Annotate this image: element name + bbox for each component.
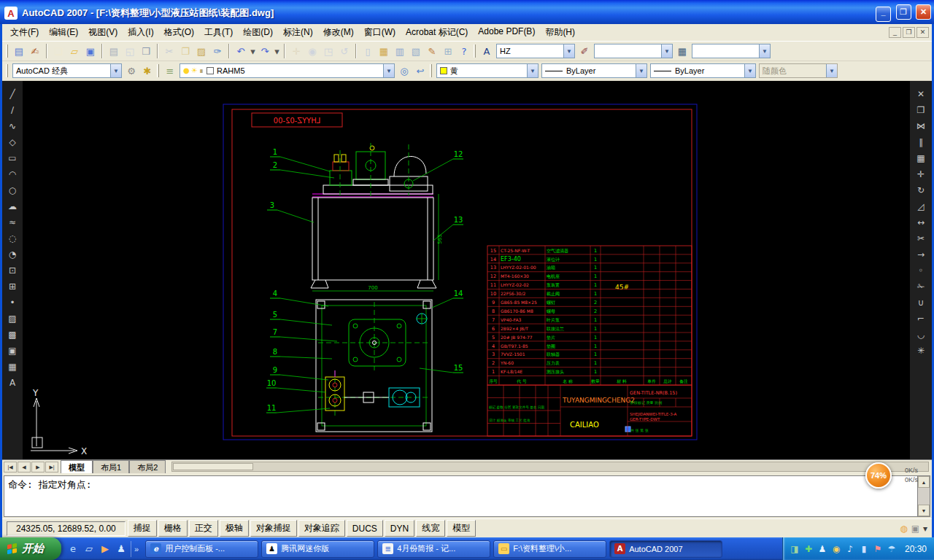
- chevron-down-icon[interactable]: ▼: [759, 44, 770, 58]
- copy-tool[interactable]: ❐: [913, 103, 929, 117]
- menu-item[interactable]: 工具(T): [199, 24, 238, 41]
- layer-on-icon[interactable]: ●: [183, 67, 190, 74]
- download-progress-badge[interactable]: 74%: [865, 462, 892, 489]
- layer-lock-icon[interactable]: ∎: [199, 67, 204, 74]
- maximize-button[interactable]: [896, 4, 911, 20]
- toolbar-grip[interactable]: [157, 64, 159, 77]
- workspace-combo[interactable]: AutoCAD 经典 ▼: [12, 63, 122, 78]
- tab-nav-button[interactable]: ▶|: [45, 462, 58, 472]
- revision-cloud-tool[interactable]: ☁: [4, 199, 20, 213]
- move-tool[interactable]: ✛: [913, 167, 929, 181]
- save-button[interactable]: ▣: [82, 43, 99, 59]
- status-toggle[interactable]: DYN: [385, 520, 414, 537]
- workspace-settings-button[interactable]: ⚙: [123, 63, 139, 79]
- layout-tab[interactable]: 模型: [61, 460, 93, 473]
- chevron-down-icon[interactable]: ▼: [110, 64, 121, 77]
- zoom-window-button[interactable]: ◳: [320, 43, 336, 59]
- task-user-control-panel[interactable]: 用户控制面板 -...: [145, 540, 258, 558]
- scroll-down-icon[interactable]: [918, 505, 930, 516]
- network-tray-icon[interactable]: ☂: [886, 544, 898, 554]
- scrollbar-track[interactable]: [918, 488, 930, 505]
- explode-tool[interactable]: ✳: [913, 343, 929, 357]
- chevron-down-icon[interactable]: ▼: [661, 44, 672, 58]
- sheetset-manager-button[interactable]: ▤: [11, 43, 27, 59]
- selection-grip[interactable]: [625, 427, 630, 432]
- antivirus-tray-icon[interactable]: ✚: [803, 544, 814, 554]
- task-autocad[interactable]: AutoCAD 2007: [609, 540, 722, 558]
- offset-tool[interactable]: ∥: [913, 135, 929, 149]
- tool-palettes-button[interactable]: ▥: [392, 43, 408, 59]
- ime-tray-icon[interactable]: ▮: [858, 544, 870, 554]
- toolbar-grip[interactable]: [474, 44, 476, 58]
- paste-button[interactable]: ▨: [193, 43, 209, 59]
- toolbar-grip[interactable]: [430, 64, 432, 77]
- qq-tray-icon[interactable]: ♟: [817, 544, 828, 554]
- point-tool[interactable]: •: [4, 295, 20, 309]
- menu-item[interactable]: 插入(I): [123, 24, 158, 41]
- status-toggle[interactable]: 捕捉: [128, 520, 157, 537]
- layer-previous-button[interactable]: ↩: [412, 63, 428, 79]
- separator[interactable]: [228, 44, 230, 58]
- lineweight-combo[interactable]: ByLayer ▼: [650, 63, 756, 78]
- circle-tool[interactable]: ○: [4, 183, 20, 197]
- command-text-area[interactable]: 命令: 指定对角点:: [4, 475, 918, 517]
- array-tool[interactable]: ▦: [913, 151, 929, 165]
- ellipse-tool[interactable]: ◌: [4, 231, 20, 245]
- linetype-combo[interactable]: ByLayer ▼: [541, 63, 647, 78]
- text-style-combo[interactable]: HZ ▼: [496, 44, 575, 58]
- undo-list-button[interactable]: ▾: [249, 43, 257, 59]
- mirror-tool[interactable]: ⋈: [913, 119, 929, 133]
- dim-style-combo[interactable]: ▼: [594, 44, 673, 58]
- scroll-up-icon[interactable]: [918, 476, 930, 488]
- chevron-down-icon[interactable]: ▼: [744, 64, 755, 77]
- communication-center-icon[interactable]: ◍: [900, 524, 907, 533]
- color-combo[interactable]: 黄 ▼: [436, 63, 539, 78]
- polygon-tool[interactable]: ◇: [4, 135, 20, 149]
- join-tool[interactable]: ∪: [913, 295, 929, 309]
- separator[interactable]: [157, 44, 158, 58]
- properties-button[interactable]: ▯: [360, 43, 376, 59]
- text-style-manager-button[interactable]: A: [479, 43, 495, 59]
- break-at-point-tool[interactable]: ◦: [913, 263, 929, 277]
- redo-list-button[interactable]: ▾: [273, 43, 281, 59]
- tab-scrollbar-thumb[interactable]: [173, 463, 253, 470]
- drawing-canvas[interactable]: LHYYZ-02-0070056545#TUYANGMINGCHENG2CAIL…: [23, 81, 910, 459]
- close-button[interactable]: [916, 4, 931, 20]
- undo-button[interactable]: ↶: [233, 43, 249, 59]
- separator[interactable]: [284, 44, 285, 58]
- task-explorer-folder[interactable]: F:\资料整理\小...: [493, 540, 606, 558]
- mdi-restore-button[interactable]: ❐: [903, 27, 915, 38]
- line-tool[interactable]: ╱: [4, 87, 20, 101]
- multiline-text-tool[interactable]: A: [4, 376, 20, 389]
- make-block-tool[interactable]: ⊞: [4, 279, 20, 293]
- chevron-down-icon[interactable]: ▼: [563, 44, 574, 58]
- erase-tool[interactable]: ✕: [913, 87, 929, 101]
- spline-tool[interactable]: ≈: [4, 215, 20, 229]
- status-toggle[interactable]: 模型: [447, 520, 476, 537]
- tab-nav-button[interactable]: |◀: [4, 462, 17, 472]
- nvidia-tray-icon[interactable]: ◨: [789, 544, 800, 554]
- command-scrollbar[interactable]: [918, 475, 930, 517]
- make-object-layer-current-button[interactable]: ◎: [396, 63, 412, 79]
- security-tray-icon[interactable]: ⚑: [872, 544, 884, 554]
- menu-item[interactable]: Acrobat 标记(C): [401, 24, 473, 41]
- separator[interactable]: [46, 44, 47, 58]
- menu-item[interactable]: Adobe PDF(B): [473, 24, 540, 41]
- menu-item[interactable]: 窗口(W): [359, 24, 401, 41]
- status-toggle[interactable]: 栅格: [158, 520, 188, 537]
- arc-tool[interactable]: ◠: [4, 167, 20, 181]
- copy-button[interactable]: ❐: [177, 43, 193, 59]
- chevron-down-icon[interactable]: ▼: [383, 64, 394, 77]
- help-button[interactable]: ?: [456, 43, 472, 59]
- qnew-button[interactable]: ❏: [50, 43, 66, 59]
- download-tray-icon[interactable]: ◉: [830, 544, 842, 554]
- menu-item[interactable]: 标注(N): [278, 24, 318, 41]
- tab-nav-button[interactable]: ▶: [31, 462, 45, 472]
- layer-freeze-icon[interactable]: ☀: [191, 67, 198, 74]
- zoom-realtime-button[interactable]: ◉: [304, 43, 320, 59]
- rotate-tool[interactable]: ↻: [913, 183, 929, 197]
- match-properties-button[interactable]: ✑: [209, 43, 225, 59]
- workspace-save-button[interactable]: ✱: [139, 63, 155, 79]
- media-player-icon[interactable]: ▶: [98, 541, 112, 557]
- chevron-down-icon[interactable]: ▼: [636, 64, 647, 77]
